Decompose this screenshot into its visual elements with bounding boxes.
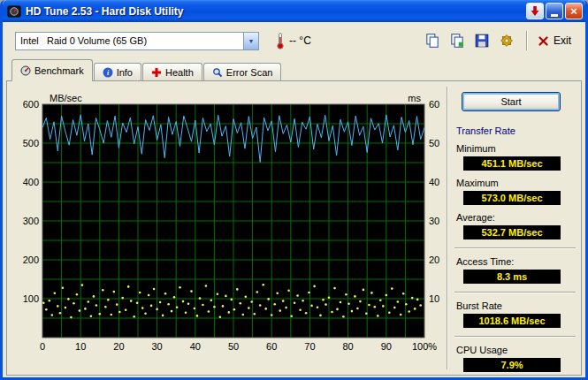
- cpu-usage-value: 7.9%: [463, 358, 561, 372]
- svg-text:30: 30: [151, 341, 162, 352]
- maximum-value: 573.0 MB/sec: [463, 191, 561, 205]
- cpu-usage-label: CPU Usage: [456, 345, 577, 355]
- average-label: Average:: [456, 212, 577, 223]
- options-button[interactable]: [496, 30, 517, 51]
- separator: [454, 336, 576, 338]
- start-button[interactable]: Start: [462, 92, 561, 111]
- copy-image-icon: [449, 33, 465, 49]
- info-icon: i: [103, 67, 113, 78]
- results-panel: Start Transfer Rate Minimum 451.1 MB/sec…: [453, 87, 577, 372]
- svg-text:200: 200: [23, 255, 39, 265]
- average-value: 532.7 MB/sec: [463, 225, 561, 239]
- svg-text:ms: ms: [408, 93, 421, 103]
- svg-text:80: 80: [342, 341, 353, 352]
- svg-text:60: 60: [266, 341, 277, 352]
- titlebar[interactable]: HD Tune 2.53 - Hard Disk Utility ×: [3, 0, 585, 22]
- window-title: HD Tune 2.53 - Hard Disk Utility: [26, 5, 524, 18]
- burst-rate-label: Burst Rate: [456, 300, 577, 311]
- tab-error-scan-label: Error Scan: [226, 67, 273, 78]
- svg-text:40: 40: [429, 177, 439, 187]
- tab-error-scan[interactable]: Error Scan: [203, 63, 282, 80]
- transfer-rate-title: Transfer Rate: [456, 125, 577, 136]
- svg-text:70: 70: [304, 341, 315, 352]
- access-time-label: Access Time:: [456, 256, 577, 267]
- tab-info[interactable]: i Info: [94, 63, 141, 80]
- toolbar: Intel Raid 0 Volume (65 GB) ▼ -- °C: [3, 22, 585, 59]
- tab-benchmark-label: Benchmark: [34, 65, 84, 76]
- svg-text:90: 90: [381, 341, 392, 352]
- minimize-button[interactable]: [546, 3, 563, 19]
- svg-text:30: 30: [429, 216, 439, 226]
- svg-text:40: 40: [190, 341, 201, 352]
- download-button[interactable]: [526, 3, 544, 19]
- svg-text:60: 60: [429, 99, 439, 110]
- benchmark-chart: 6005004003002001006050403020100102030405…: [9, 92, 453, 359]
- close-icon: ×: [570, 5, 577, 17]
- tab-health[interactable]: Health: [142, 63, 202, 80]
- save-icon: [474, 33, 490, 49]
- download-arrow-icon: [531, 6, 539, 17]
- gear-icon: [499, 33, 515, 49]
- svg-text:400: 400: [23, 177, 39, 187]
- burst-rate-value: 1018.6 MB/sec: [463, 314, 561, 328]
- toolbar-separator: [526, 31, 528, 50]
- svg-text:100: 100: [23, 293, 39, 304]
- access-time-value: 8.3 ms: [463, 270, 561, 284]
- svg-text:0: 0: [40, 341, 45, 352]
- minimum-value: 451.1 MB/sec: [463, 156, 561, 171]
- save-button[interactable]: [471, 30, 493, 51]
- health-cross-icon: [151, 67, 162, 78]
- chevron-down-icon[interactable]: ▼: [243, 33, 258, 49]
- svg-text:100%: 100%: [412, 341, 437, 352]
- copy-image-button[interactable]: [447, 30, 468, 51]
- svg-text:10: 10: [75, 341, 86, 352]
- close-button[interactable]: ×: [565, 3, 583, 19]
- magnifier-icon: [212, 67, 223, 78]
- minimize-icon: [551, 14, 558, 17]
- tab-benchmark[interactable]: Benchmark: [11, 59, 93, 80]
- tab-info-label: Info: [117, 67, 133, 78]
- minimum-label: Minimum: [456, 143, 577, 154]
- svg-text:500: 500: [23, 138, 39, 148]
- exit-label: Exit: [554, 34, 571, 47]
- svg-text:50: 50: [429, 138, 439, 148]
- thermometer-icon: [275, 32, 286, 49]
- benchmark-gauge-icon: [20, 65, 31, 76]
- maximum-label: Maximum: [456, 178, 577, 188]
- separator: [454, 292, 576, 293]
- tab-bar: Benchmark i Info Health Error Scan: [3, 59, 585, 80]
- separator: [454, 247, 576, 249]
- tab-health-label: Health: [165, 67, 194, 78]
- svg-text:300: 300: [23, 216, 39, 226]
- benchmark-panel: 6005004003002001006050403020100102030405…: [6, 80, 582, 376]
- hd-tune-window: HD Tune 2.53 - Hard Disk Utility × Intel…: [0, 0, 588, 380]
- svg-text:20: 20: [429, 255, 439, 265]
- vertical-separator: [447, 87, 448, 369]
- temperature-value: -- °C: [289, 34, 311, 47]
- svg-text:50: 50: [228, 341, 239, 352]
- svg-text:20: 20: [113, 341, 124, 352]
- svg-text:MB/sec: MB/sec: [50, 93, 82, 103]
- copy-screenshot-button[interactable]: [422, 30, 443, 51]
- exit-button[interactable]: Exit: [535, 33, 575, 49]
- svg-text:10: 10: [429, 293, 439, 304]
- drive-select[interactable]: Intel Raid 0 Volume (65 GB) ▼: [15, 32, 259, 50]
- app-icon[interactable]: [7, 4, 21, 19]
- copy-icon: [424, 33, 440, 49]
- exit-x-icon: [538, 36, 548, 46]
- drive-select-value: Intel Raid 0 Volume (65 GB): [16, 33, 243, 49]
- svg-text:600: 600: [23, 99, 39, 110]
